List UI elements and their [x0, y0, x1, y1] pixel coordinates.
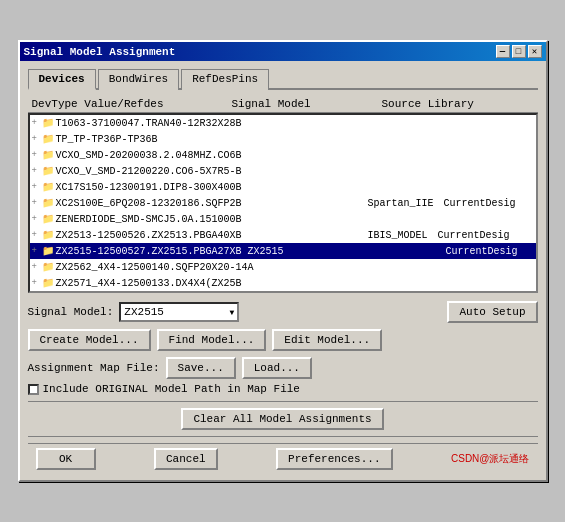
window-title: Signal Model Assignment: [24, 46, 176, 58]
include-checkbox[interactable]: [28, 384, 39, 395]
folder-icon: 📁: [42, 165, 54, 177]
row-text: T1063-37100047.TRAN40-12R32X28B: [56, 118, 242, 129]
model-buttons-row: Create Model... Find Model... Edit Model…: [28, 329, 538, 351]
tab-devices[interactable]: Devices: [28, 69, 96, 90]
expand-icon[interactable]: +: [32, 230, 42, 240]
row-text: XC2S100E_6PQ208-12320186.SQFP2B Spartan_…: [56, 198, 516, 209]
row-text: VCXO_SMD-20200038.2.048MHZ.CO6B: [56, 150, 242, 161]
folder-icon: 📁: [42, 261, 54, 273]
list-item[interactable]: + 📁 ZENERDIODE_SMD-SMCJ5.0A.151000B: [30, 211, 536, 227]
create-model-button[interactable]: Create Model...: [28, 329, 151, 351]
tab-bondwires[interactable]: BondWires: [98, 69, 179, 90]
checkbox-label: Include ORIGINAL Model Path in Map File: [43, 383, 300, 395]
folder-icon: 📁: [42, 277, 54, 289]
folder-icon: 📁: [42, 197, 54, 209]
edit-model-button[interactable]: Edit Model...: [272, 329, 382, 351]
expand-icon[interactable]: +: [32, 150, 42, 160]
folder-icon: 📁: [42, 117, 54, 129]
expand-icon[interactable]: +: [32, 214, 42, 224]
signal-model-row: Signal Model: ZX2515 ▼ Auto Setup: [28, 301, 538, 323]
titlebar: Signal Model Assignment — □ ✕: [20, 42, 546, 61]
tab-bar: Devices BondWires RefDesPins: [28, 67, 538, 90]
row-text: ZX2562_4X4-12500140.SQFP20X20-14A: [56, 262, 254, 273]
list-item[interactable]: + 📁 TP_TP-TP36P-TP36B: [30, 131, 536, 147]
folder-icon: 📁: [42, 149, 54, 161]
titlebar-title: Signal Model Assignment: [24, 46, 176, 58]
maximize-button[interactable]: □: [512, 45, 526, 58]
expand-icon[interactable]: +: [32, 118, 42, 128]
expand-icon[interactable]: +: [32, 198, 42, 208]
folder-icon: 📁: [42, 229, 54, 241]
list-item[interactable]: + 📁 VCXO_V_SMD-21200220.CO6-5X7R5-B: [30, 163, 536, 179]
expand-icon[interactable]: +: [32, 278, 42, 288]
window-content: Devices BondWires RefDesPins DevType Val…: [20, 61, 546, 480]
list-item[interactable]: + 📁 ZX2513-12500526.ZX2513.PBGA40XB IBIS…: [30, 227, 536, 243]
divider: [28, 401, 538, 402]
list-item-selected[interactable]: + 📁 ZX2515-12500527.ZX2515.PBGA27XB ZX25…: [30, 243, 536, 259]
folder-icon: 📁: [42, 133, 54, 145]
ok-button[interactable]: OK: [36, 448, 96, 470]
row-text: TP_TP-TP36P-TP36B: [56, 134, 158, 145]
signal-model-label: Signal Model:: [28, 306, 114, 318]
main-window: Signal Model Assignment — □ ✕ Devices Bo…: [18, 40, 548, 482]
row-text: ZX2513-12500526.ZX2513.PBGA40XB IBIS_MOD…: [56, 230, 510, 241]
row-text: VCXO_V_SMD-21200220.CO6-5X7R5-B: [56, 166, 242, 177]
expand-icon[interactable]: +: [32, 262, 42, 272]
header-sourcelibrary: Source Library: [382, 98, 502, 110]
expand-icon[interactable]: +: [32, 246, 42, 256]
clear-all-row: Clear All Model Assignments: [28, 408, 538, 430]
load-button[interactable]: Load...: [242, 357, 312, 379]
folder-icon: 📁: [42, 213, 54, 225]
tab-refdespin[interactable]: RefDesPins: [181, 69, 269, 90]
dropdown-arrow-icon: ▼: [230, 308, 235, 317]
row-text: ZENERDIODE_SMD-SMCJ5.0A.151000B: [56, 214, 242, 225]
titlebar-controls: — □ ✕: [496, 45, 542, 58]
csdn-label: CSDN@派坛通络: [451, 452, 530, 466]
device-list[interactable]: + 📁 T1063-37100047.TRAN40-12R32X28B + 📁 …: [28, 113, 538, 293]
footer: OK Cancel Preferences... CSDN@派坛通络: [28, 443, 538, 474]
cancel-button[interactable]: Cancel: [154, 448, 218, 470]
table-header: DevType Value/Refdes Signal Model Source…: [28, 96, 538, 113]
assignment-map-label: Assignment Map File:: [28, 362, 160, 374]
expand-icon[interactable]: +: [32, 166, 42, 176]
find-model-button[interactable]: Find Model...: [157, 329, 267, 351]
clear-all-button[interactable]: Clear All Model Assignments: [181, 408, 383, 430]
list-item[interactable]: + 📁 ZX2562_4X4-12500140.SQFP20X20-14A: [30, 259, 536, 275]
preferences-button[interactable]: Preferences...: [276, 448, 392, 470]
header-devtype: DevType Value/Refdes: [32, 98, 232, 110]
row-text: ZX2571_4X4-12500133.DX4X4(ZX25B: [56, 278, 242, 289]
signal-model-dropdown[interactable]: ZX2515 ▼: [119, 302, 239, 322]
list-item[interactable]: + 📁 XC2S100E_6PQ208-12320186.SQFP2B Spar…: [30, 195, 536, 211]
expand-icon[interactable]: +: [32, 182, 42, 192]
list-item[interactable]: + 📁 XC17S150-12300191.DIP8-300X400B: [30, 179, 536, 195]
row-text: XC17S150-12300191.DIP8-300X400B: [56, 182, 242, 193]
list-inner: + 📁 T1063-37100047.TRAN40-12R32X28B + 📁 …: [30, 115, 536, 291]
folder-icon: 📁: [42, 181, 54, 193]
save-button[interactable]: Save...: [166, 357, 236, 379]
list-item[interactable]: + 📁 T1063-37100047.TRAN40-12R32X28B: [30, 115, 536, 131]
expand-icon[interactable]: +: [32, 134, 42, 144]
auto-setup-button[interactable]: Auto Setup: [447, 301, 537, 323]
minimize-button[interactable]: —: [496, 45, 510, 58]
checkbox-row: Include ORIGINAL Model Path in Map File: [28, 383, 538, 395]
close-button[interactable]: ✕: [528, 45, 542, 58]
folder-icon: 📁: [42, 245, 54, 257]
row-text: ZX2515-12500527.ZX2515.PBGA27XB ZX2515 C…: [56, 246, 518, 257]
divider2: [28, 436, 538, 437]
assignment-map-row: Assignment Map File: Save... Load...: [28, 357, 538, 379]
signal-model-value: ZX2515: [124, 306, 164, 318]
list-item[interactable]: + 📁 ZX2571_4X4-12500133.DX4X4(ZX25B: [30, 275, 536, 291]
list-item[interactable]: + 📁 VCXO_SMD-20200038.2.048MHZ.CO6B: [30, 147, 536, 163]
header-signalmodel: Signal Model: [232, 98, 382, 110]
